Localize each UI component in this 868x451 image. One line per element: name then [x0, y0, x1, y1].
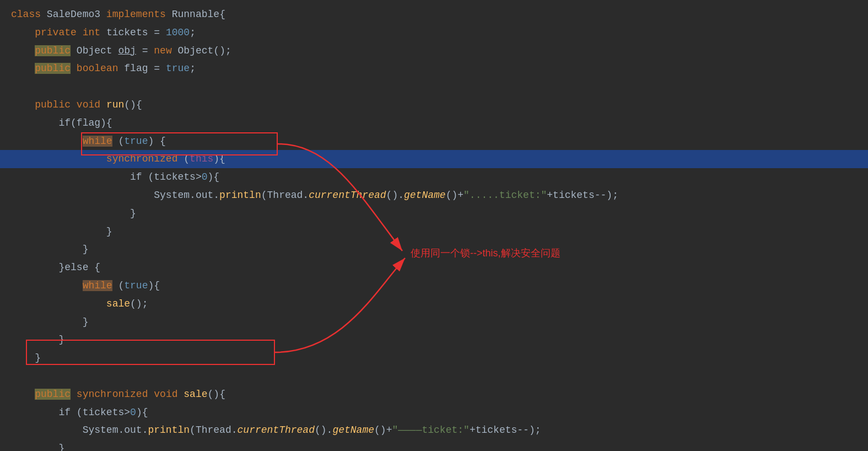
code-line-1: class SaleDemo3 implements Runnable{: [0, 6, 868, 24]
code-line-5: [0, 78, 868, 96]
code-line-25: }: [0, 439, 868, 451]
code-line-2: private int tickets = 1000;: [0, 24, 868, 42]
code-line-11: System.out.println(Thread.currentThread(…: [0, 186, 868, 205]
code-line-7: if(flag){: [0, 114, 868, 132]
code-line-8: while (true) {: [0, 132, 868, 151]
code-line-18: }: [0, 313, 868, 331]
code-line-23: if (tickets>0){: [0, 404, 868, 422]
code-line-12: }: [0, 205, 868, 223]
code-line-24: System.out.println(Thread.currentThread(…: [0, 421, 868, 439]
code-line-16: while (true){: [0, 277, 868, 295]
code-line-15: }else {: [0, 259, 868, 277]
code-line-3: public Object obj = new Object();: [0, 42, 868, 60]
code-line-17: sale();: [0, 295, 868, 313]
code-line-21: [0, 367, 868, 385]
code-line-19: }: [0, 331, 868, 349]
code-line-20: }: [0, 349, 868, 367]
code-line-4: public boolean flag = true;: [0, 60, 868, 78]
code-editor: class SaleDemo3 implements Runnable{ pri…: [0, 0, 868, 451]
code-line-22: public synchronized void sale(){: [0, 385, 868, 404]
code-line-6: public void run(){: [0, 96, 868, 114]
code-line-9: synchronized (this){: [0, 150, 868, 168]
code-line-13: }: [0, 223, 868, 241]
annotation-label: 使用同一个锁-->this,解决安全问题: [411, 245, 560, 261]
code-line-10: if (tickets>0){: [0, 168, 868, 186]
